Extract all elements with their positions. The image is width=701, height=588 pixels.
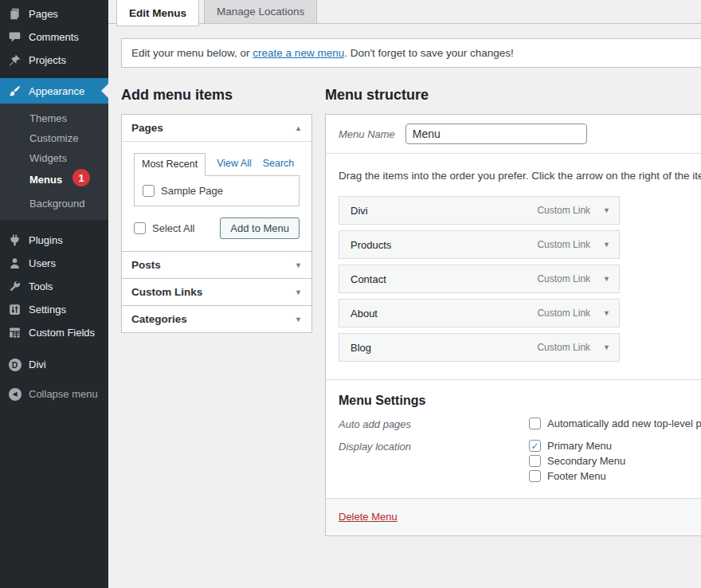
- sidebar-item-plugins[interactable]: Plugins: [0, 229, 108, 252]
- subtab-view-all[interactable]: View All: [217, 158, 252, 171]
- add-menu-items-panel: Pages ▲ Most Recent View All Search S: [121, 114, 312, 333]
- accordion-pages: Pages ▲ Most Recent View All Search S: [122, 115, 311, 251]
- auto-add-pages-label: Auto add pages: [339, 417, 529, 433]
- menu-item-blog[interactable]: Blog Custom Link▼: [339, 333, 620, 362]
- page-checkbox-row: Sample Page: [143, 185, 291, 197]
- sidebar-item-label: Users: [29, 257, 56, 269]
- chevron-down-icon[interactable]: ▼: [603, 206, 610, 214]
- subtab-search[interactable]: Search: [263, 158, 295, 171]
- accordion-pages-header[interactable]: Pages ▲: [122, 115, 311, 141]
- accordion-categories-title: Categories: [131, 313, 187, 325]
- add-to-menu-button[interactable]: Add to Menu: [220, 218, 300, 239]
- footer-menu-checkbox[interactable]: [529, 470, 541, 482]
- menu-structure-column: Menu structure Menu Name Drag the items …: [325, 68, 701, 536]
- sidebar-item-label: Tools: [29, 280, 53, 292]
- select-all-label: Select All: [152, 222, 194, 234]
- chevron-down-icon: ▼: [295, 261, 302, 269]
- submenu-item-themes[interactable]: Themes: [0, 108, 108, 128]
- annotation-badge-1: 1: [72, 169, 90, 186]
- auto-add-checkbox[interactable]: [529, 417, 541, 429]
- sidebar-item-label: Comments: [29, 31, 79, 43]
- primary-menu-checkbox[interactable]: [529, 440, 541, 452]
- submenu-item-menus[interactable]: Menus1: [0, 168, 108, 194]
- delete-menu-link[interactable]: Delete Menu: [339, 511, 397, 523]
- collapse-menu-button[interactable]: ◀ Collapse menu: [0, 382, 108, 406]
- chevron-up-icon: ▲: [295, 124, 302, 132]
- select-all-checkbox[interactable]: [134, 222, 146, 234]
- chevron-down-icon[interactable]: ▼: [603, 241, 610, 249]
- create-new-menu-link[interactable]: create a new menu: [253, 47, 344, 59]
- menu-item-type: Custom Link: [537, 239, 590, 250]
- pages-subtabs: Most Recent View All Search: [134, 153, 300, 175]
- select-all-row: Select All: [134, 222, 194, 234]
- accordion-posts: Posts ▼: [122, 251, 311, 278]
- collapse-arrow-icon: ◀: [8, 387, 22, 401]
- chevron-down-icon[interactable]: ▼: [603, 309, 610, 317]
- display-location-row: Display location Primary Menu Secondary …: [339, 440, 701, 485]
- sidebar-item-label: Custom Fields: [29, 327, 95, 339]
- sidebar-item-projects[interactable]: Projects: [0, 49, 108, 72]
- menu-item-products[interactable]: Products Custom Link▼: [339, 230, 620, 259]
- accordion-custom-links-header[interactable]: Custom Links ▼: [122, 279, 311, 305]
- display-location-label: Display location: [339, 440, 529, 485]
- menu-structure-body: Drag the items into the order you prefer…: [326, 154, 701, 535]
- chevron-down-icon: ▼: [295, 288, 302, 296]
- submenu-item-background[interactable]: Background: [0, 194, 108, 214]
- sidebar-item-divi[interactable]: D Divi: [0, 353, 108, 376]
- divider: [326, 379, 701, 380]
- secondary-menu-label: Secondary Menu: [547, 455, 625, 467]
- sidebar-item-label: Settings: [29, 304, 66, 316]
- pages-icon: [8, 7, 22, 21]
- menu-item-type: Custom Link: [537, 205, 590, 216]
- sample-page-checkbox[interactable]: [143, 185, 155, 197]
- add-menu-items-column: Add menu items Pages ▲ Most Recent View …: [121, 68, 312, 536]
- submenu-item-widgets[interactable]: Widgets: [0, 148, 108, 168]
- divi-logo-icon: D: [8, 358, 22, 371]
- menu-item-about[interactable]: About Custom Link▼: [339, 299, 620, 327]
- table-icon: [8, 326, 22, 339]
- menu-name-input[interactable]: [405, 123, 587, 144]
- location-primary-row: Primary Menu: [529, 440, 625, 452]
- accordion-custom-links-title: Custom Links: [131, 286, 202, 298]
- menu-structure-title: Menu structure: [325, 87, 701, 104]
- submenu-item-customize[interactable]: Customize: [0, 128, 108, 148]
- sidebar-item-pages[interactable]: Pages: [0, 2, 108, 25]
- accordion-posts-header[interactable]: Posts ▼: [122, 252, 311, 278]
- accordion-pages-title: Pages: [131, 122, 163, 134]
- pushpin-icon: [8, 53, 22, 67]
- menu-item-type: Custom Link: [537, 342, 590, 353]
- secondary-menu-checkbox[interactable]: [529, 455, 541, 467]
- sidebar-item-custom-fields[interactable]: Custom Fields: [0, 321, 108, 344]
- sidebar-item-label: Appearance: [29, 85, 84, 97]
- primary-menu-label: Primary Menu: [547, 440, 612, 452]
- wrench-icon: [8, 280, 22, 293]
- notice-text-post: . Don't forget to save your changes!: [344, 47, 514, 59]
- auto-add-pages-row: Auto add pages Automatically add new top…: [339, 417, 701, 433]
- notice-text-pre: Edit your menu below, or: [131, 47, 253, 59]
- sidebar-item-label: Pages: [29, 8, 58, 20]
- location-footer-row: Footer Menu: [529, 470, 625, 482]
- drag-instructions: Drag the items into the order you prefer…: [339, 170, 701, 182]
- sidebar-item-tools[interactable]: Tools: [0, 275, 108, 298]
- appearance-submenu: Themes Customize Widgets Menus1 Backgrou…: [0, 104, 108, 220]
- sidebar-item-appearance[interactable]: Appearance: [0, 78, 108, 104]
- sidebar-item-comments[interactable]: Comments: [0, 25, 108, 49]
- sidebar-item-settings[interactable]: Settings: [0, 298, 108, 321]
- menu-settings-title: Menu Settings: [339, 394, 701, 408]
- subtab-most-recent[interactable]: Most Recent: [134, 153, 206, 176]
- pages-checklist: Sample Page: [134, 175, 300, 206]
- menu-item-divi[interactable]: Divi Custom Link▼: [339, 196, 620, 225]
- sidebar-item-users[interactable]: Users: [0, 252, 108, 275]
- admin-sidebar: Pages Comments Projects Appearance Theme…: [0, 0, 108, 588]
- tab-manage-locations[interactable]: Manage Locations: [204, 0, 317, 24]
- chevron-down-icon[interactable]: ▼: [603, 275, 610, 283]
- accordion-categories-header[interactable]: Categories ▼: [122, 306, 311, 332]
- chevron-down-icon[interactable]: ▼: [603, 343, 610, 351]
- sidebar-item-label: Divi: [29, 359, 46, 370]
- tab-edit-menus[interactable]: Edit Menus: [116, 0, 199, 26]
- menu-structure-panel: Menu Name Drag the items into the order …: [325, 114, 701, 536]
- nav-tab-bar: Edit Menus Manage Locations: [108, 0, 701, 24]
- sidebar-item-label: Projects: [29, 54, 66, 66]
- menu-item-contact[interactable]: Contact Custom Link▼: [339, 265, 620, 293]
- menu-item-type: Custom Link: [537, 273, 590, 284]
